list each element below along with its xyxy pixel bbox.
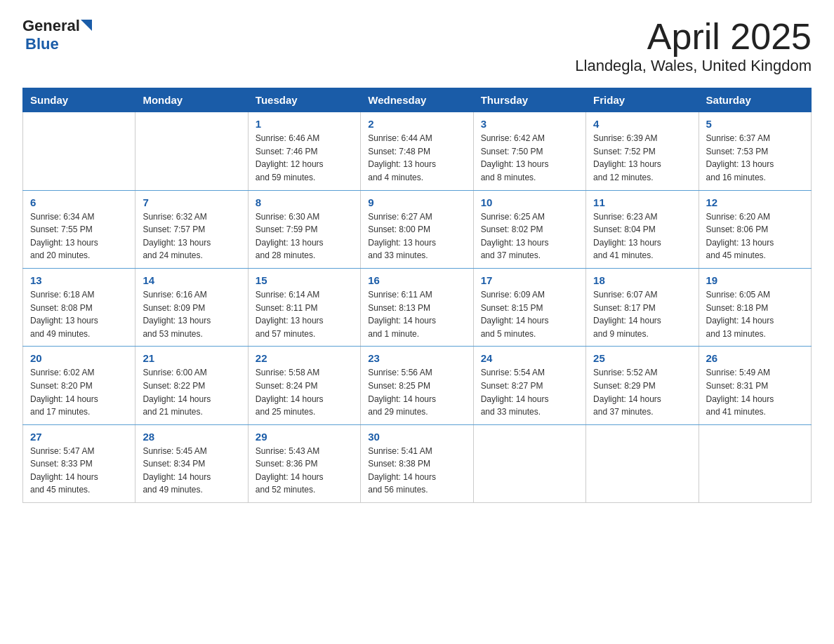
day-info: Sunrise: 6:05 AM Sunset: 8:18 PM Dayligh…: [706, 288, 804, 340]
day-info: Sunrise: 6:07 AM Sunset: 8:17 PM Dayligh…: [593, 288, 691, 340]
header-tuesday: Tuesday: [248, 88, 360, 112]
day-number: 7: [143, 196, 240, 208]
page-subtitle: Llandegla, Wales, United Kingdom: [575, 57, 812, 75]
calendar-cell: 17Sunrise: 6:09 AM Sunset: 8:15 PM Dayli…: [473, 268, 585, 346]
week-row-1: 1Sunrise: 6:46 AM Sunset: 7:46 PM Daylig…: [23, 112, 812, 190]
day-number: 14: [143, 274, 240, 286]
day-info: Sunrise: 6:00 AM Sunset: 8:22 PM Dayligh…: [143, 366, 240, 418]
calendar-cell: 10Sunrise: 6:25 AM Sunset: 8:02 PM Dayli…: [473, 190, 585, 268]
day-number: 2: [368, 118, 465, 130]
day-number: 15: [256, 274, 353, 286]
calendar-cell: [23, 112, 135, 190]
calendar-cell: 8Sunrise: 6:30 AM Sunset: 7:59 PM Daylig…: [248, 190, 360, 268]
calendar-cell: 1Sunrise: 6:46 AM Sunset: 7:46 PM Daylig…: [248, 112, 360, 190]
calendar-cell: 18Sunrise: 6:07 AM Sunset: 8:17 PM Dayli…: [586, 268, 699, 346]
header-thursday: Thursday: [473, 88, 585, 112]
calendar-cell: 21Sunrise: 6:00 AM Sunset: 8:22 PM Dayli…: [135, 347, 248, 424]
day-info: Sunrise: 5:45 AM Sunset: 8:34 PM Dayligh…: [143, 445, 240, 497]
page-header: General Blue April 2025 Llandegla, Wales…: [22, 17, 812, 75]
day-number: 11: [593, 196, 691, 208]
day-info: Sunrise: 6:18 AM Sunset: 8:08 PM Dayligh…: [30, 288, 128, 340]
calendar-cell: 3Sunrise: 6:42 AM Sunset: 7:50 PM Daylig…: [473, 112, 585, 190]
calendar-cell: 28Sunrise: 5:45 AM Sunset: 8:34 PM Dayli…: [135, 424, 248, 502]
calendar-cell: 9Sunrise: 6:27 AM Sunset: 8:00 PM Daylig…: [361, 190, 473, 268]
page-title: April 2025: [575, 17, 812, 57]
week-row-2: 6Sunrise: 6:34 AM Sunset: 7:55 PM Daylig…: [23, 190, 812, 268]
calendar-cell: 16Sunrise: 6:11 AM Sunset: 8:13 PM Dayli…: [361, 268, 473, 346]
day-number: 24: [481, 352, 578, 364]
calendar-cell: 29Sunrise: 5:43 AM Sunset: 8:36 PM Dayli…: [248, 424, 360, 502]
day-info: Sunrise: 5:54 AM Sunset: 8:27 PM Dayligh…: [481, 366, 578, 418]
calendar-cell: 15Sunrise: 6:14 AM Sunset: 8:11 PM Dayli…: [248, 268, 360, 346]
day-info: Sunrise: 6:32 AM Sunset: 7:57 PM Dayligh…: [143, 210, 240, 262]
day-number: 18: [593, 274, 691, 286]
week-row-4: 20Sunrise: 6:02 AM Sunset: 8:20 PM Dayli…: [23, 347, 812, 424]
calendar-cell: 11Sunrise: 6:23 AM Sunset: 8:04 PM Dayli…: [586, 190, 699, 268]
header-sunday: Sunday: [23, 88, 135, 112]
calendar-cell: 6Sunrise: 6:34 AM Sunset: 7:55 PM Daylig…: [23, 190, 135, 268]
day-info: Sunrise: 6:09 AM Sunset: 8:15 PM Dayligh…: [481, 288, 578, 340]
day-info: Sunrise: 6:44 AM Sunset: 7:48 PM Dayligh…: [368, 132, 465, 184]
day-info: Sunrise: 6:02 AM Sunset: 8:20 PM Dayligh…: [30, 366, 128, 418]
calendar-cell: 25Sunrise: 5:52 AM Sunset: 8:29 PM Dayli…: [586, 347, 699, 424]
day-info: Sunrise: 6:39 AM Sunset: 7:52 PM Dayligh…: [593, 132, 691, 184]
day-info: Sunrise: 5:49 AM Sunset: 8:31 PM Dayligh…: [706, 366, 804, 418]
day-info: Sunrise: 6:14 AM Sunset: 8:11 PM Dayligh…: [256, 288, 353, 340]
logo-arrow-icon: [81, 20, 95, 34]
day-info: Sunrise: 6:23 AM Sunset: 8:04 PM Dayligh…: [593, 210, 691, 262]
day-number: 13: [30, 274, 128, 286]
day-number: 8: [256, 196, 353, 208]
day-number: 3: [481, 118, 578, 130]
calendar-cell: 22Sunrise: 5:58 AM Sunset: 8:24 PM Dayli…: [248, 347, 360, 424]
day-info: Sunrise: 5:58 AM Sunset: 8:24 PM Dayligh…: [256, 366, 353, 418]
day-info: Sunrise: 6:16 AM Sunset: 8:09 PM Dayligh…: [143, 288, 240, 340]
day-info: Sunrise: 6:25 AM Sunset: 8:02 PM Dayligh…: [481, 210, 578, 262]
header-monday: Monday: [135, 88, 248, 112]
calendar-cell: 27Sunrise: 5:47 AM Sunset: 8:33 PM Dayli…: [23, 424, 135, 502]
week-row-3: 13Sunrise: 6:18 AM Sunset: 8:08 PM Dayli…: [23, 268, 812, 346]
day-number: 1: [256, 118, 353, 130]
calendar-cell: [135, 112, 248, 190]
header-wednesday: Wednesday: [361, 88, 473, 112]
day-number: 19: [706, 274, 804, 286]
calendar-header-row: SundayMondayTuesdayWednesdayThursdayFrid…: [23, 88, 812, 112]
day-number: 17: [481, 274, 578, 286]
calendar-cell: 14Sunrise: 6:16 AM Sunset: 8:09 PM Dayli…: [135, 268, 248, 346]
week-row-5: 27Sunrise: 5:47 AM Sunset: 8:33 PM Dayli…: [23, 424, 812, 502]
day-info: Sunrise: 6:37 AM Sunset: 7:53 PM Dayligh…: [706, 132, 804, 184]
title-block: April 2025 Llandegla, Wales, United King…: [575, 17, 812, 75]
calendar-cell: 19Sunrise: 6:05 AM Sunset: 8:18 PM Dayli…: [699, 268, 811, 346]
day-number: 27: [30, 431, 128, 443]
calendar-cell: 23Sunrise: 5:56 AM Sunset: 8:25 PM Dayli…: [361, 347, 473, 424]
day-number: 28: [143, 431, 240, 443]
day-number: 5: [706, 118, 804, 130]
calendar-cell: 5Sunrise: 6:37 AM Sunset: 7:53 PM Daylig…: [699, 112, 811, 190]
day-number: 21: [143, 352, 240, 364]
day-info: Sunrise: 6:42 AM Sunset: 7:50 PM Dayligh…: [481, 132, 578, 184]
calendar-cell: [473, 424, 585, 502]
svg-marker-0: [81, 20, 92, 31]
calendar-cell: 7Sunrise: 6:32 AM Sunset: 7:57 PM Daylig…: [135, 190, 248, 268]
calendar-cell: 20Sunrise: 6:02 AM Sunset: 8:20 PM Dayli…: [23, 347, 135, 424]
calendar-cell: 4Sunrise: 6:39 AM Sunset: 7:52 PM Daylig…: [586, 112, 699, 190]
day-number: 4: [593, 118, 691, 130]
day-number: 26: [706, 352, 804, 364]
calendar-cell: 24Sunrise: 5:54 AM Sunset: 8:27 PM Dayli…: [473, 347, 585, 424]
day-number: 22: [256, 352, 353, 364]
day-info: Sunrise: 5:41 AM Sunset: 8:38 PM Dayligh…: [368, 445, 465, 497]
calendar-cell: [699, 424, 811, 502]
day-info: Sunrise: 6:34 AM Sunset: 7:55 PM Dayligh…: [30, 210, 128, 262]
day-info: Sunrise: 6:11 AM Sunset: 8:13 PM Dayligh…: [368, 288, 465, 340]
day-info: Sunrise: 6:46 AM Sunset: 7:46 PM Dayligh…: [256, 132, 353, 184]
day-number: 10: [481, 196, 578, 208]
day-info: Sunrise: 5:43 AM Sunset: 8:36 PM Dayligh…: [256, 445, 353, 497]
calendar-cell: 12Sunrise: 6:20 AM Sunset: 8:06 PM Dayli…: [699, 190, 811, 268]
logo: General Blue: [22, 17, 95, 53]
logo-general-text: General: [22, 17, 80, 35]
logo-blue-text: Blue: [25, 35, 59, 53]
day-number: 6: [30, 196, 128, 208]
calendar-cell: 2Sunrise: 6:44 AM Sunset: 7:48 PM Daylig…: [361, 112, 473, 190]
day-number: 12: [706, 196, 804, 208]
day-number: 20: [30, 352, 128, 364]
day-number: 25: [593, 352, 691, 364]
